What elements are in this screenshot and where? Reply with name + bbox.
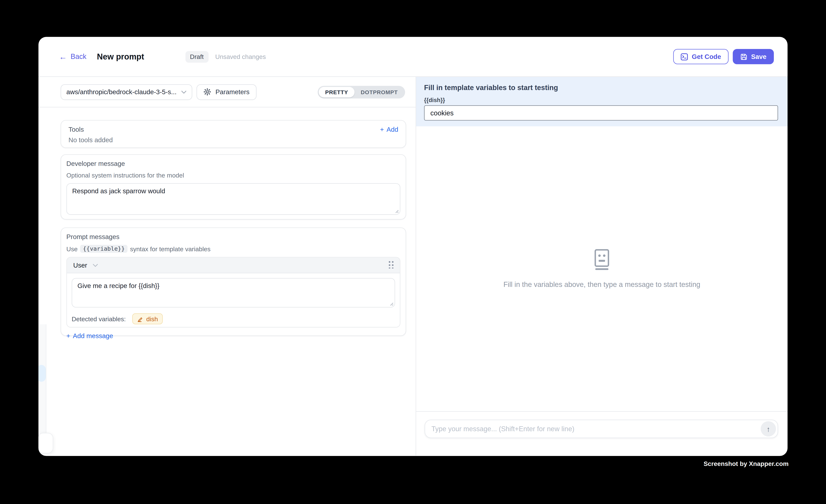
detected-variables-row: Detected variables: dis	[72, 313, 395, 324]
chat-footer: ↑	[416, 411, 787, 456]
chevron-down-icon	[93, 263, 98, 267]
template-syntax-hint: Use {{variable}} syntax for template var…	[66, 245, 400, 253]
model-selector-value: aws/anthropic/bedrock-claude-3-5-s...	[66, 88, 177, 96]
save-label: Save	[751, 53, 766, 60]
hint-prefix: Use	[66, 245, 78, 252]
terminal-icon	[681, 53, 688, 60]
plus-icon: +	[66, 332, 70, 339]
watermark-text: Screenshot by Xnapper.com	[704, 460, 789, 467]
main-content: aws/anthropic/bedrock-claude-3-5-s...	[39, 77, 787, 456]
draft-status-badge: Draft	[185, 51, 209, 62]
message-block: User G	[66, 257, 400, 327]
message-content-input[interactable]: Give me a recipe for {{dish}}	[72, 278, 395, 308]
format-toggle: PRETTY DOTPROMPT	[318, 85, 405, 98]
toggle-pretty[interactable]: PRETTY	[319, 87, 354, 97]
add-tool-label: Add	[387, 126, 398, 133]
variable-value-input[interactable]	[424, 105, 778, 120]
screenshot-background: ← Back New prompt Draft Unsaved changes …	[0, 0, 826, 504]
test-panel: Fill in template variables to start test…	[416, 77, 787, 456]
hint-suffix: syntax for template variables	[130, 245, 211, 252]
resize-handle-icon[interactable]	[394, 208, 399, 213]
variable-chip-label: dish	[146, 315, 158, 322]
edit-pencil-icon	[137, 316, 143, 322]
tools-title: Tools	[68, 126, 84, 133]
header-actions: Get Code Save	[673, 49, 774, 64]
developer-message-card: Developer message Optional system instru…	[61, 154, 406, 219]
gear-icon	[203, 88, 211, 96]
prompt-messages-card: Prompt messages Use {{variable}} syntax …	[61, 228, 406, 336]
variable-label: {{dish}}	[424, 97, 778, 103]
app-window: ← Back New prompt Draft Unsaved changes …	[39, 37, 787, 456]
up-arrow-icon: ↑	[766, 425, 770, 433]
chat-empty-state: Fill in the variables above, then type a…	[416, 126, 787, 411]
sidebar-popover	[39, 433, 53, 453]
variable-chip-dish[interactable]: dish	[132, 313, 163, 324]
message-header: User	[67, 257, 400, 273]
role-value: User	[73, 261, 87, 269]
chat-message-input[interactable]	[425, 420, 778, 438]
toggle-dotprompt[interactable]: DOTPROMPT	[354, 87, 404, 97]
message-body: Give me a recipe for {{dish}} Detected v…	[67, 273, 400, 327]
variables-panel-title: Fill in template variables to start test…	[424, 84, 778, 91]
tools-card: Tools + Add No tools added	[61, 120, 406, 148]
save-button[interactable]: Save	[733, 49, 774, 64]
empty-state-caption: Fill in the variables above, then type a…	[504, 281, 700, 289]
resize-handle-icon[interactable]	[389, 301, 394, 306]
add-message-button[interactable]: + Add message	[66, 332, 113, 339]
get-code-button[interactable]: Get Code	[673, 49, 728, 64]
template-variables-panel: Fill in template variables to start test…	[416, 77, 787, 126]
page-title: New prompt	[97, 52, 144, 61]
developer-message-title: Developer message	[66, 160, 400, 167]
developer-message-input[interactable]: Respond as jack sparrow would	[66, 183, 400, 215]
back-label: Back	[71, 53, 86, 61]
parameters-button[interactable]: Parameters	[196, 84, 256, 100]
tools-empty-text: No tools added	[68, 136, 398, 144]
header: ← Back New prompt Draft Unsaved changes …	[39, 37, 787, 77]
sidebar-selected-item[interactable]	[39, 365, 46, 382]
add-tool-button[interactable]: + Add	[380, 126, 398, 133]
robot-face-icon	[592, 249, 611, 270]
prompt-editor-panel: aws/anthropic/bedrock-claude-3-5-s...	[39, 77, 416, 456]
unsaved-changes-text: Unsaved changes	[215, 53, 266, 60]
drag-handle[interactable]	[389, 261, 394, 269]
model-selector[interactable]: aws/anthropic/bedrock-claude-3-5-s...	[61, 84, 192, 100]
back-button[interactable]: ← Back	[59, 53, 86, 61]
save-icon	[740, 53, 747, 60]
plus-icon: +	[380, 126, 384, 133]
detected-variables-label: Detected variables:	[72, 315, 126, 322]
parameters-label: Parameters	[216, 88, 249, 96]
send-button[interactable]: ↑	[761, 421, 776, 436]
add-message-label: Add message	[73, 332, 113, 339]
back-arrow-icon: ←	[59, 53, 67, 61]
model-bar: aws/anthropic/bedrock-claude-3-5-s...	[39, 77, 416, 108]
chevron-down-icon	[181, 90, 186, 93]
editor-body: Tools + Add No tools added Developer mes…	[39, 107, 416, 336]
prompt-messages-title: Prompt messages	[66, 233, 400, 241]
variable-syntax-chip: {{variable}}	[80, 245, 127, 253]
get-code-label: Get Code	[692, 53, 721, 60]
developer-message-subtitle: Optional system instructions for the mod…	[66, 172, 400, 179]
role-selector[interactable]: User	[73, 261, 98, 269]
